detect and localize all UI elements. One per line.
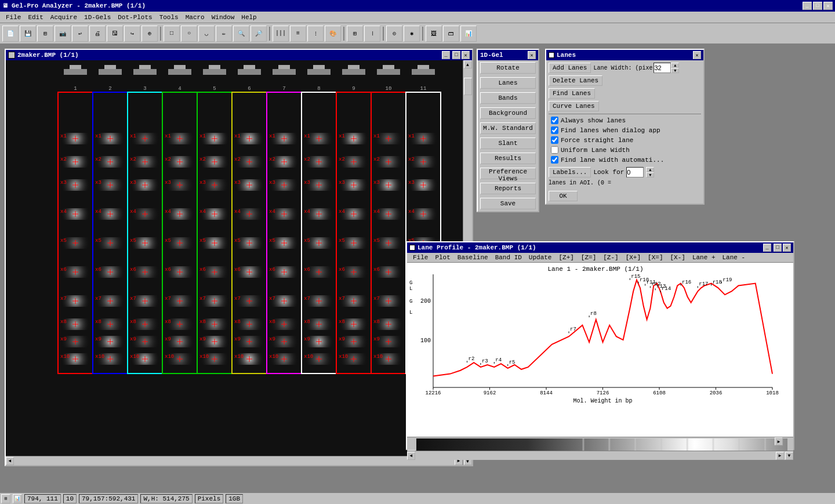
profile-menu-zeq[interactable]: [Z=] [578, 254, 600, 261]
toolbar-new[interactable]: 📄 [2, 26, 19, 42]
profile-menu-zminus[interactable]: [Z-] [600, 254, 622, 261]
menu-tools[interactable]: Tools [156, 13, 182, 22]
profile-menu-xminus[interactable]: [X-] [666, 254, 688, 261]
toolbar-dots[interactable]: ⁞ [364, 26, 380, 42]
image-close-btn[interactable]: ✕ [462, 51, 470, 59]
minimize-btn[interactable]: _ [803, 2, 812, 10]
toolbar-print[interactable]: 🖨 [89, 26, 106, 42]
find-lanes-btn[interactable]: Find Lanes [549, 88, 595, 99]
toolbar-save2[interactable]: 🖫 [107, 26, 123, 42]
toolbar-arc[interactable]: ◡ [198, 26, 215, 42]
menu-1dgels[interactable]: 1D-Gels [81, 13, 114, 22]
menu-dotplots[interactable]: Dot-Plots [114, 13, 155, 22]
toolbar-lanes2[interactable]: ⫶ [307, 26, 324, 42]
toolbar-undo[interactable]: ↩ [72, 26, 88, 42]
look-for-spin[interactable]: ▲ ▼ [646, 167, 654, 177]
profile-menu-laneplus[interactable]: Lane + [689, 254, 719, 261]
lane-width-input[interactable] [654, 63, 671, 73]
force-straight-input[interactable] [551, 136, 558, 144]
look-for-down[interactable]: ▼ [646, 172, 654, 177]
uniform-input[interactable] [551, 146, 558, 154]
results-btn[interactable]: Results [480, 153, 536, 164]
toolbar-img1[interactable]: 🖼 [426, 26, 442, 42]
maximize-btn[interactable]: □ [813, 2, 822, 10]
profile-menu-laneminus[interactable]: Lane - [719, 254, 749, 261]
image-hscrollbar[interactable]: ◄ ► [6, 456, 463, 465]
delete-lanes-btn[interactable]: Delete Lanes [549, 75, 602, 86]
preference-views-btn[interactable]: Preference Views [480, 168, 536, 179]
toolbar-ellipse[interactable]: ○ [181, 26, 197, 42]
menu-acquire[interactable]: Acquire [47, 13, 81, 22]
profile-menu-baseline[interactable]: Baseline [454, 254, 492, 261]
profile-menu-bandid[interactable]: Band ID [492, 254, 525, 261]
scroll-left[interactable]: ◄ [6, 457, 14, 465]
bands-btn[interactable]: Bands [480, 92, 536, 104]
profile-menu-xeq[interactable]: [X=] [644, 254, 666, 261]
labels-btn[interactable]: Labels... [549, 167, 591, 177]
menu-window[interactable]: Window [208, 13, 238, 22]
scroll-up[interactable]: ▲ [464, 60, 472, 68]
background-btn[interactable]: Background [480, 107, 536, 119]
toolbar-grid[interactable]: ⊞ [37, 26, 53, 42]
slant-btn[interactable]: Slant [480, 137, 536, 149]
image-minimize-btn[interactable]: _ [442, 51, 450, 59]
profile-scroll-down2[interactable]: ▼ [785, 452, 793, 460]
toolbar-star[interactable]: ✱ [404, 26, 420, 42]
ok-btn[interactable]: OK [549, 191, 578, 201]
find-width-input[interactable] [551, 156, 558, 164]
toolbar-camera[interactable]: 📷 [55, 26, 71, 42]
lane-width-up[interactable]: ▲ [671, 63, 679, 68]
toolbar-rect[interactable]: □ [164, 26, 180, 42]
curve-lanes-btn[interactable]: Curve Lanes [549, 101, 599, 111]
lanes-btn[interactable]: Lanes [480, 77, 536, 89]
lane-width-spin[interactable]: ▲ ▼ [671, 63, 679, 73]
toolbar-pencil[interactable]: ✏ [216, 26, 232, 42]
scroll-thumb[interactable] [464, 78, 472, 95]
toolbar-color[interactable]: 🎨 [325, 26, 341, 42]
gel-panel-close[interactable]: ✕ [528, 51, 536, 59]
toolbar-bands[interactable]: ≡ [290, 26, 306, 42]
toolbar-zoom[interactable]: 🔍 [233, 26, 249, 42]
save-btn[interactable]: Save [480, 198, 536, 209]
look-for-up[interactable]: ▲ [646, 167, 654, 172]
status-icon2[interactable]: 📊 [13, 494, 22, 503]
toolbar-img2[interactable]: 🗃 [443, 26, 459, 42]
menu-edit[interactable]: Edit [24, 13, 46, 22]
toolbar-zoom2[interactable]: 🔎 [251, 26, 267, 42]
toolbar-lanes[interactable]: ||| [273, 26, 289, 42]
profile-minimize-btn[interactable]: _ [763, 244, 771, 252]
look-for-input[interactable] [626, 167, 644, 177]
lane-width-down[interactable]: ▼ [671, 68, 679, 73]
menu-file[interactable]: File [2, 13, 24, 22]
lanes-close-btn[interactable]: ✕ [693, 51, 701, 59]
toolbar-redo[interactable]: ↪ [124, 26, 140, 42]
toolbar-new2[interactable]: ⊕ [141, 26, 158, 42]
image-content[interactable]: ▲ ▼ ◄ ► [6, 60, 472, 465]
profile-scroll-left[interactable]: ◄ [407, 452, 415, 460]
image-maximize-btn[interactable]: □ [452, 51, 460, 59]
menu-help[interactable]: Help [238, 13, 260, 22]
rotate-btn[interactable]: Rotate [480, 62, 536, 74]
profile-menu-xplus[interactable]: [X+] [622, 254, 644, 261]
menu-macro[interactable]: Macro [182, 13, 208, 22]
reports-btn[interactable]: Reports [480, 183, 536, 194]
toolbar-circle[interactable]: ⊙ [386, 26, 402, 42]
profile-menu-plot[interactable]: Plot [431, 254, 453, 261]
profile-menu-file[interactable]: File [409, 254, 431, 261]
profile-menu-update[interactable]: Update [525, 254, 556, 261]
profile-menu-zplus[interactable]: [Z+] [555, 254, 577, 261]
profile-scroll-right[interactable]: ► [776, 452, 784, 460]
profile-maximize-btn[interactable]: □ [774, 244, 782, 252]
profile-hscrollbar[interactable]: ◄ ► ▼ [407, 451, 793, 460]
status-icon1[interactable]: ⊞ [1, 494, 10, 503]
toolbar-table[interactable]: ⊞ [347, 26, 363, 42]
toolbar-img3[interactable]: 📊 [460, 26, 477, 42]
find-lanes-input[interactable] [551, 126, 558, 134]
toolbar-save[interactable]: 💾 [20, 26, 36, 42]
add-lanes-btn[interactable]: Add Lanes [549, 63, 591, 73]
mw-standard-btn[interactable]: M.W. Standard [480, 122, 536, 134]
always-show-input[interactable] [551, 117, 558, 124]
close-btn[interactable]: ✕ [823, 2, 833, 10]
profile-close-btn[interactable]: ✕ [783, 244, 791, 252]
thumb-scroll-right[interactable]: ► [775, 437, 783, 445]
